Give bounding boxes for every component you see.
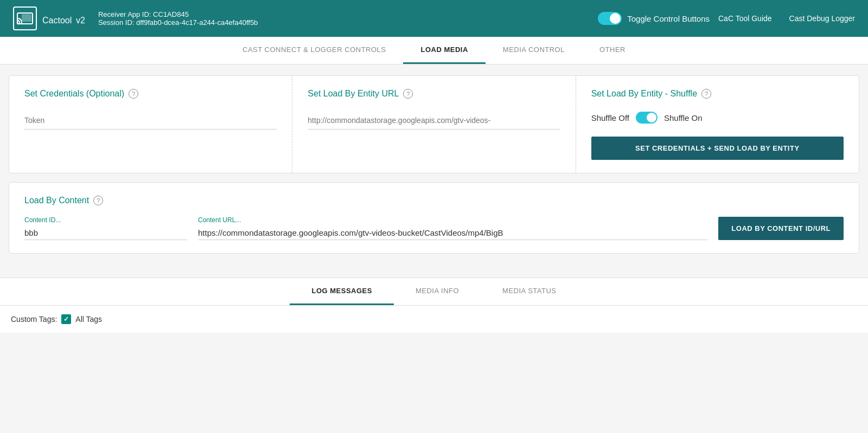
svg-rect-1 bbox=[22, 14, 31, 22]
tab-media-control[interactable]: MEDIA CONTROL bbox=[486, 37, 582, 64]
main-content: Set Credentials (Optional) ? Set Load By… bbox=[0, 64, 868, 275]
shuffle-off-label: Shuffle Off bbox=[591, 113, 629, 122]
bottom-tabs: LOG MESSAGES MEDIA INFO MEDIA STATUS bbox=[0, 278, 868, 306]
tab-cast-connect[interactable]: CAST CONNECT & LOGGER CONTROLS bbox=[225, 37, 403, 64]
cast-debug-logger-link[interactable]: Cast Debug Logger bbox=[789, 14, 855, 23]
entity-url-card-title: Set Load By Entity URL ? bbox=[308, 89, 560, 99]
set-credentials-send-entity-button[interactable]: SET CREDENTIALS + SEND LOAD BY ENTITY bbox=[591, 137, 844, 160]
content-url-input[interactable] bbox=[198, 226, 707, 240]
all-tags-checkbox[interactable] bbox=[61, 314, 71, 324]
tab-media-status[interactable]: MEDIA STATUS bbox=[481, 278, 578, 305]
credentials-card-title: Set Credentials (Optional) ? bbox=[24, 89, 277, 99]
content-url-label: Content URL... bbox=[198, 216, 707, 224]
load-content-help-icon[interactable]: ? bbox=[93, 196, 103, 205]
shuffle-on-label: Shuffle On bbox=[664, 113, 703, 122]
content-url-field: Content URL... bbox=[198, 216, 707, 240]
toggle-control-section: Toggle Control Buttons bbox=[598, 12, 710, 25]
credentials-help-icon[interactable]: ? bbox=[129, 89, 138, 99]
app-title: Cactool v2 bbox=[42, 10, 85, 27]
entity-shuffle-card: Set Load By Entity - Shuffle ? Shuffle O… bbox=[576, 76, 859, 173]
entity-url-card: Set Load By Entity URL ? bbox=[292, 76, 576, 173]
session-id: Session ID: dff9fab0-dcea-4c17-a244-ca4e… bbox=[98, 18, 258, 27]
shuffle-toggle-row: Shuffle Off Shuffle On bbox=[591, 112, 844, 124]
load-content-button[interactable]: LOAD BY CONTENT ID/URL bbox=[718, 217, 844, 240]
entity-url-input[interactable] bbox=[308, 112, 560, 130]
shuffle-toggle[interactable] bbox=[636, 112, 658, 124]
tab-log-messages[interactable]: LOG MESSAGES bbox=[290, 278, 393, 305]
content-id-input[interactable] bbox=[24, 226, 187, 240]
receiver-app-id: Receiver App ID: CC1AD845 bbox=[98, 10, 258, 18]
content-id-field: Content ID... bbox=[24, 216, 187, 240]
load-content-title: Load By Content ? bbox=[24, 196, 844, 205]
tab-load-media[interactable]: LOAD MEDIA bbox=[403, 37, 485, 64]
all-tags-label: All Tags bbox=[75, 315, 102, 324]
app-header: Cactool v2 Receiver App ID: CC1AD845 Ses… bbox=[0, 0, 868, 37]
bottom-section: LOG MESSAGES MEDIA INFO MEDIA STATUS Cus… bbox=[0, 278, 868, 333]
credentials-card: Set Credentials (Optional) ? bbox=[9, 76, 292, 173]
main-tabs: CAST CONNECT & LOGGER CONTROLS LOAD MEDI… bbox=[0, 37, 868, 64]
cac-tool-guide-link[interactable]: CaC Tool Guide bbox=[718, 14, 772, 23]
logo-section: Cactool v2 bbox=[13, 7, 85, 30]
toggle-label: Toggle Control Buttons bbox=[627, 14, 710, 23]
cast-icon bbox=[13, 7, 37, 30]
content-row: Content ID... Content URL... LOAD BY CON… bbox=[24, 216, 844, 240]
load-content-section: Load By Content ? Content ID... Content … bbox=[9, 182, 859, 254]
entity-shuffle-help-icon[interactable]: ? bbox=[701, 89, 711, 99]
header-nav-links: CaC Tool Guide Cast Debug Logger bbox=[718, 14, 855, 23]
tab-other[interactable]: OTHER bbox=[582, 37, 643, 64]
entity-shuffle-card-title: Set Load By Entity - Shuffle ? bbox=[591, 89, 844, 99]
entity-url-help-icon[interactable]: ? bbox=[403, 89, 413, 99]
cards-row: Set Credentials (Optional) ? Set Load By… bbox=[9, 75, 859, 173]
token-input[interactable] bbox=[24, 112, 277, 130]
content-id-label: Content ID... bbox=[24, 216, 187, 224]
session-info: Receiver App ID: CC1AD845 Session ID: df… bbox=[98, 10, 258, 27]
tab-media-info[interactable]: MEDIA INFO bbox=[394, 278, 481, 305]
custom-tags-label: Custom Tags: bbox=[11, 315, 57, 324]
toggle-control-buttons[interactable] bbox=[598, 12, 622, 25]
custom-tags-row: Custom Tags: All Tags bbox=[0, 306, 868, 333]
